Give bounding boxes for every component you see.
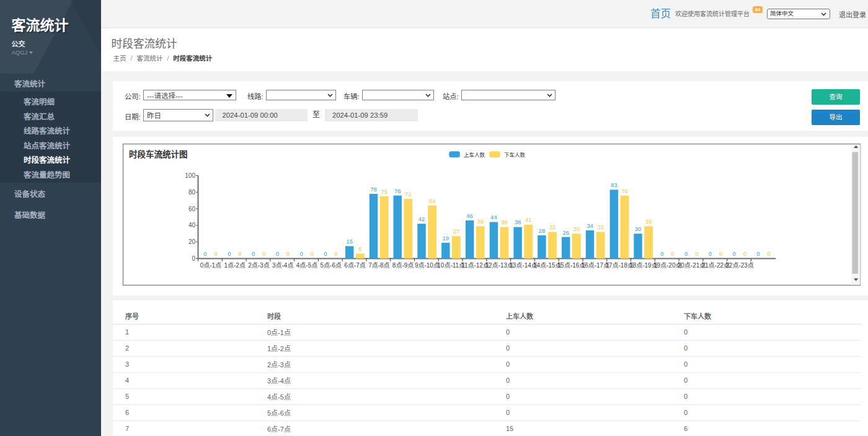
svg-text:0: 0 [334, 250, 337, 257]
svg-text:0: 0 [262, 250, 265, 257]
svg-text:40: 40 [188, 222, 196, 229]
svg-text:0: 0 [203, 250, 206, 257]
svg-text:0: 0 [671, 250, 674, 257]
svg-text:30: 30 [635, 225, 642, 232]
svg-text:22点-23点: 22点-23点 [725, 262, 754, 269]
svg-text:41: 41 [525, 216, 532, 223]
svg-text:0: 0 [767, 250, 770, 257]
svg-text:9点-10点: 9点-10点 [415, 262, 440, 269]
svg-text:76: 76 [621, 188, 628, 194]
svg-text:6点-7点: 6点-7点 [344, 262, 365, 269]
svg-text:15: 15 [346, 238, 353, 245]
svg-text:38: 38 [515, 219, 521, 225]
svg-text:0: 0 [252, 250, 255, 257]
svg-text:64: 64 [429, 198, 436, 204]
svg-text:0: 0 [733, 250, 736, 257]
svg-text:72: 72 [405, 191, 412, 198]
svg-text:20: 20 [188, 238, 196, 245]
svg-text:80: 80 [188, 189, 196, 196]
svg-text:44: 44 [490, 214, 497, 220]
svg-text:83: 83 [611, 181, 618, 188]
svg-text:39: 39 [477, 218, 484, 225]
svg-text:19: 19 [443, 235, 450, 242]
svg-text:100: 100 [185, 172, 195, 179]
svg-text:上车人数: 上车人数 [464, 152, 485, 158]
svg-text:下车人数: 下车人数 [504, 152, 526, 158]
svg-text:0: 0 [743, 250, 746, 257]
svg-text:0: 0 [660, 250, 663, 257]
svg-text:39: 39 [645, 218, 652, 225]
svg-text:3点-4点: 3点-4点 [272, 262, 293, 269]
svg-text:0: 0 [276, 250, 279, 257]
svg-text:60: 60 [188, 206, 196, 212]
svg-text:0: 0 [756, 250, 760, 257]
svg-text:0: 0 [228, 250, 231, 257]
svg-text:0: 0 [695, 250, 698, 257]
svg-text:75: 75 [381, 188, 388, 195]
svg-text:26: 26 [562, 229, 569, 236]
svg-text:0: 0 [299, 250, 303, 257]
svg-text:27: 27 [453, 228, 460, 235]
svg-text:0: 0 [215, 250, 218, 257]
svg-text:38: 38 [501, 219, 508, 225]
svg-text:0: 0 [684, 250, 688, 257]
svg-text:34: 34 [587, 222, 593, 229]
svg-text:32: 32 [549, 224, 556, 230]
svg-text:42: 42 [418, 216, 425, 222]
svg-text:32: 32 [597, 224, 604, 230]
svg-text:28: 28 [539, 227, 546, 234]
svg-text:78: 78 [370, 186, 377, 193]
svg-text:0: 0 [311, 250, 314, 257]
svg-text:8点-9点: 8点-9点 [392, 262, 414, 269]
svg-text:7点-8点: 7点-8点 [368, 262, 389, 269]
svg-text:时段车流统计图: 时段车流统计图 [129, 149, 188, 159]
svg-text:30: 30 [574, 225, 580, 232]
svg-text:0: 0 [719, 250, 722, 257]
svg-text:46: 46 [466, 212, 473, 219]
svg-text:1点-2点: 1点-2点 [224, 262, 245, 269]
svg-text:2点-3点: 2点-3点 [248, 262, 269, 269]
svg-text:4点-5点: 4点-5点 [296, 262, 317, 269]
svg-text:0: 0 [238, 250, 241, 257]
svg-text:0: 0 [286, 250, 290, 257]
svg-text:0点-1点: 0点-1点 [200, 262, 221, 269]
svg-text:76: 76 [394, 188, 401, 194]
svg-text:6: 6 [358, 245, 361, 252]
svg-text:0: 0 [709, 250, 712, 257]
svg-text:0: 0 [324, 250, 327, 257]
svg-text:0: 0 [192, 255, 195, 262]
svg-text:5点-6点: 5点-6点 [321, 262, 342, 269]
